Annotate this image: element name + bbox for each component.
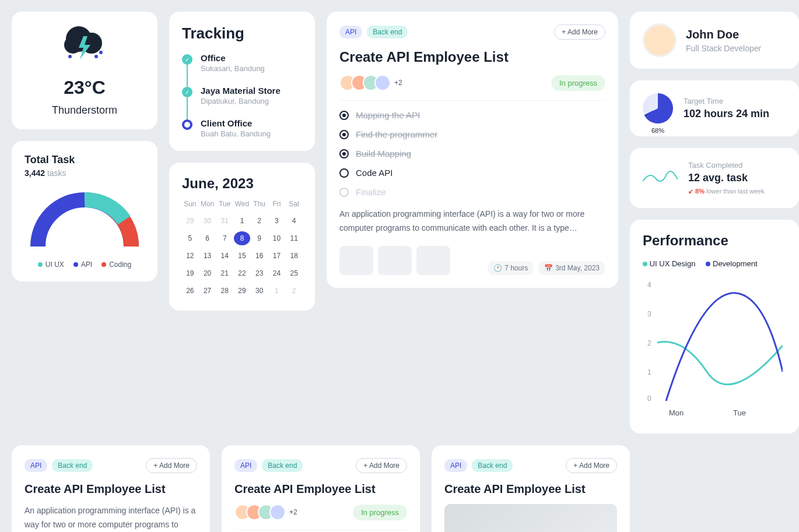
calendar-day[interactable]: 5 — [182, 231, 198, 245]
task-completed-card: Task Completed 12 avg. task ↙ 8% lower t… — [630, 148, 799, 208]
total-task-card: Total Task 3,442 tasks UI UX API Coding — [12, 141, 157, 281]
assignee-avatars[interactable]: +2 — [234, 504, 297, 520]
calendar-day[interactable]: 12 — [182, 249, 198, 263]
calendar-day[interactable]: 13 — [199, 249, 216, 263]
task-description: An application programming interface (AP… — [24, 504, 197, 532]
target-time-card: 68% Target Time 102 hours 24 min — [630, 80, 799, 136]
tag-api[interactable]: API — [24, 459, 47, 472]
tracking-item[interactable]: Client OfficeBuah Batu, Bandung — [182, 118, 302, 138]
weather-condition: Thunderstorm — [52, 104, 117, 117]
sparkline-icon — [643, 167, 678, 190]
date-chip: 📅3rd May, 2023 — [538, 261, 605, 275]
task-completed-delta: ↙ 8% lower than last week — [688, 188, 765, 195]
tag-backend[interactable]: Back end — [52, 459, 93, 472]
status-badge: In progress — [353, 505, 407, 520]
calendar-day[interactable]: 27 — [199, 284, 216, 298]
checklist-label: Code API — [356, 168, 393, 178]
checklist-item[interactable]: Mapping the API — [339, 110, 605, 120]
assignee-avatars[interactable]: +2 — [339, 75, 402, 91]
check-circle-icon — [182, 87, 192, 97]
add-more-button[interactable]: + Add More — [566, 458, 617, 473]
checklist-item[interactable]: Find the programmer — [339, 129, 605, 139]
calendar-day[interactable]: 17 — [269, 249, 285, 263]
radio-icon — [339, 111, 349, 120]
tag-backend[interactable]: Back end — [262, 459, 303, 472]
radio-circle-icon — [182, 119, 192, 130]
calendar-day[interactable]: 29 — [182, 214, 198, 228]
task-image[interactable] — [444, 504, 617, 532]
task-title: Create API Employee List — [24, 482, 197, 496]
performance-legend: UI UX Design Development — [643, 259, 786, 268]
attachments — [339, 246, 450, 275]
avatar-more[interactable]: +2 — [394, 79, 402, 87]
calendar-day[interactable]: 2 — [251, 214, 268, 228]
calendar-day[interactable]: 16 — [251, 249, 268, 263]
attachment-thumb[interactable] — [339, 246, 373, 275]
checklist-label: Finalize — [356, 187, 386, 197]
calendar-day[interactable]: 30 — [251, 284, 268, 298]
avatar[interactable] — [269, 504, 286, 520]
calendar-day[interactable]: 15 — [234, 249, 250, 263]
tag-api[interactable]: API — [339, 26, 362, 38]
task-card: APIBack end + Add More Create API Employ… — [432, 445, 630, 532]
task-description: An application programming interface (AP… — [339, 207, 605, 235]
target-time-value: 102 hours 24 min — [684, 108, 769, 120]
tracking-title: Tracking — [182, 24, 302, 43]
tracking-card: Tracking OfficeSukasari, Bandung Jaya Ma… — [169, 12, 315, 151]
profile-avatar[interactable] — [643, 23, 677, 57]
tag-api[interactable]: API — [444, 459, 467, 472]
add-more-button[interactable]: + Add More — [356, 458, 407, 473]
calendar-day[interactable]: 2 — [286, 284, 302, 298]
calendar-day[interactable]: 26 — [182, 284, 198, 298]
add-more-button[interactable]: + Add More — [146, 458, 197, 473]
calendar-day[interactable]: 10 — [269, 231, 285, 245]
checklist-item[interactable]: Build Mapping — [339, 149, 605, 158]
checklist-item[interactable]: Finalize — [339, 187, 605, 197]
calendar-day[interactable]: 1 — [234, 214, 250, 228]
calendar-day[interactable]: 4 — [286, 214, 302, 228]
calendar-day[interactable]: 21 — [216, 266, 233, 280]
calendar-icon: 📅 — [544, 264, 553, 272]
calendar-day[interactable]: 9 — [251, 231, 268, 245]
avatar-more[interactable]: +2 — [289, 508, 297, 516]
calendar-day[interactable]: 19 — [182, 266, 198, 280]
attachment-thumb[interactable] — [378, 246, 412, 275]
tracking-item[interactable]: Jaya Material StoreDipatiukur, Bandung — [182, 86, 302, 118]
radio-icon — [339, 168, 349, 178]
weather-temperature: 23°C — [64, 77, 106, 98]
calendar-day[interactable]: 14 — [216, 249, 233, 263]
calendar-day[interactable]: 23 — [251, 266, 268, 280]
calendar-day[interactable]: 31 — [216, 214, 233, 228]
attachment-thumb[interactable] — [416, 246, 450, 275]
calendar-day[interactable]: 24 — [269, 266, 285, 280]
calendar-day[interactable]: 29 — [234, 284, 250, 298]
profile-role: Full Stack Developer — [686, 44, 761, 53]
task-completed-value: 12 avg. task — [688, 172, 765, 184]
calendar-day[interactable]: 30 — [199, 214, 216, 228]
add-more-button[interactable]: + Add More — [554, 24, 605, 40]
calendar-day[interactable]: 3 — [269, 214, 285, 228]
calendar-day[interactable]: 22 — [234, 266, 250, 280]
tracking-item[interactable]: OfficeSukasari, Bandung — [182, 53, 302, 86]
calendar-day[interactable]: 7 — [216, 231, 233, 245]
tag-api[interactable]: API — [234, 459, 257, 472]
checklist-label: Build Mapping — [356, 149, 411, 158]
calendar-day[interactable]: 8 — [234, 231, 250, 245]
calendar-day[interactable]: 18 — [286, 249, 302, 263]
thunderstorm-icon — [55, 24, 114, 65]
profile-card[interactable]: John Doe Full Stack Developer — [630, 12, 799, 69]
avatar[interactable] — [374, 75, 391, 91]
calendar-day[interactable]: 1 — [269, 284, 285, 298]
calendar-day[interactable]: 28 — [216, 284, 233, 298]
calendar-day[interactable]: 6 — [199, 231, 216, 245]
calendar-day[interactable]: 25 — [286, 266, 302, 280]
tag-backend[interactable]: Back end — [472, 459, 513, 472]
calendar-day[interactable]: 11 — [286, 231, 302, 245]
checklist-item[interactable]: Code API — [339, 168, 605, 178]
task-card: APIBack end + Add More Create API Employ… — [12, 445, 210, 532]
calendar-day[interactable]: 20 — [199, 266, 216, 280]
check-circle-icon — [182, 54, 192, 65]
divider — [234, 530, 407, 530]
clock-icon: 🕐 — [493, 264, 502, 272]
tag-backend[interactable]: Back end — [367, 26, 408, 38]
